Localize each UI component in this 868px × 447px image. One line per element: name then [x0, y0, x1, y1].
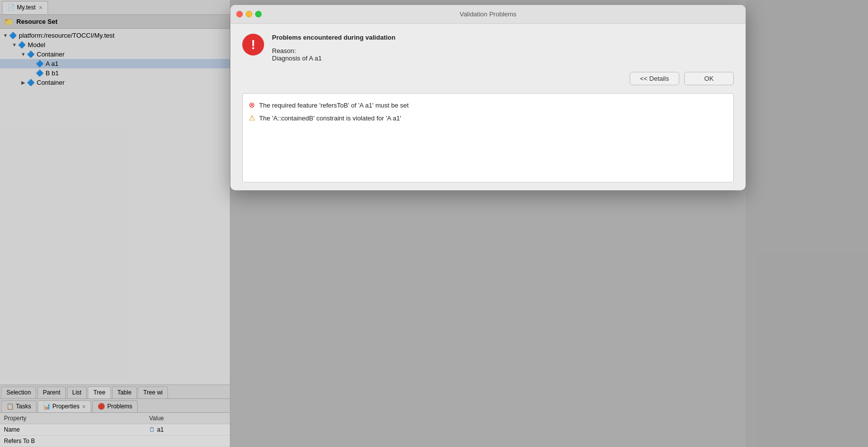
dialog-title: Validation Problems	[460, 10, 517, 18]
detail-item-error: ⊗ The required feature 'refersToB' of 'A…	[249, 99, 727, 112]
error-icon: !	[242, 34, 264, 56]
dialog-message-row: ! Problems encountered during validation…	[242, 34, 734, 62]
validation-dialog: Validation Problems ! Problems encounter…	[230, 5, 746, 190]
dialog-main-message: Problems encountered during validation	[272, 34, 734, 41]
dialog-reason-value: Diagnosis of A a1	[272, 55, 734, 62]
dialog-message-text: Problems encountered during validation R…	[272, 34, 734, 62]
traffic-lights	[236, 11, 262, 17]
dialog-reason-label: Reason:	[272, 47, 734, 55]
error-circle: !	[242, 34, 264, 56]
zoom-button[interactable]	[255, 11, 262, 17]
detail-error-text: The required feature 'refersToB' of 'A a…	[259, 102, 409, 109]
ok-button[interactable]: OK	[684, 72, 734, 85]
close-button[interactable]	[236, 11, 243, 17]
detail-item-warning: ⚠ The 'A::containedB' constraint is viol…	[249, 112, 727, 124]
minimize-button[interactable]	[246, 11, 252, 17]
dialog-body: ! Problems encountered during validation…	[230, 24, 746, 190]
detail-warning-icon: ⚠	[249, 113, 255, 122]
details-button[interactable]: << Details	[630, 72, 679, 85]
detail-warning-text: The 'A::containedB' constraint is violat…	[259, 114, 401, 122]
dialog-titlebar: Validation Problems	[230, 5, 746, 24]
dialog-details-panel: ⊗ The required feature 'refersToB' of 'A…	[242, 93, 734, 182]
error-exclamation: !	[251, 37, 256, 53]
detail-error-icon: ⊗	[249, 101, 255, 110]
dialog-buttons: << Details OK	[242, 72, 734, 85]
